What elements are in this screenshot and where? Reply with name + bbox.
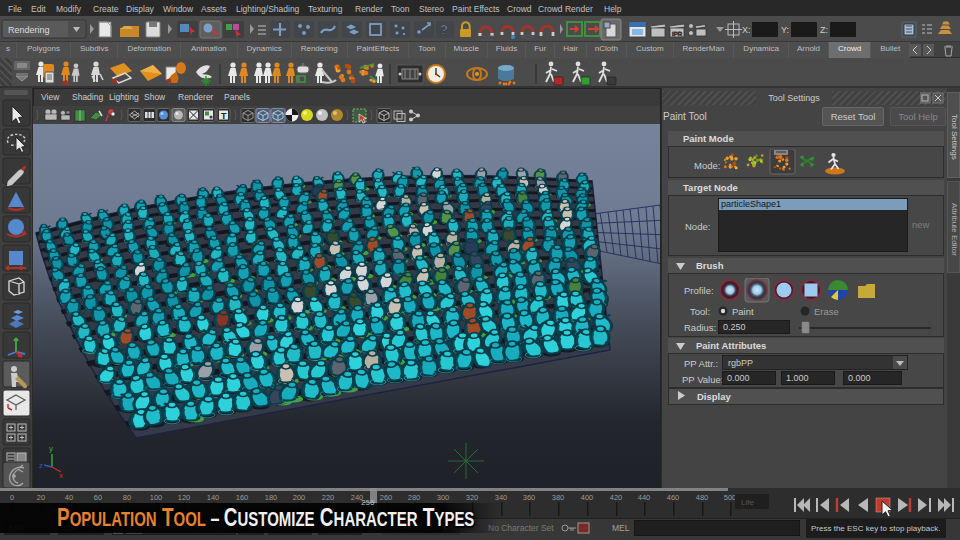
svg-text:500: 500	[724, 493, 737, 502]
svg-text:X:: X:	[742, 25, 751, 35]
svg-text:Rendering: Rendering	[8, 25, 50, 35]
svg-text:200: 200	[293, 493, 306, 502]
svg-text:460: 460	[667, 493, 680, 502]
svg-text:x: x	[59, 471, 63, 480]
svg-text:260: 260	[380, 493, 393, 502]
svg-text:Life: Life	[741, 498, 754, 507]
svg-text:IPR: IPR	[672, 31, 683, 37]
svg-text:40: 40	[65, 493, 73, 502]
svg-text:y: y	[49, 444, 53, 453]
svg-text:480: 480	[696, 493, 709, 502]
svg-text:T: T	[221, 111, 227, 121]
svg-text:20: 20	[37, 493, 45, 502]
svg-text:340: 340	[495, 493, 508, 502]
svg-text:440: 440	[638, 493, 651, 502]
svg-text:180: 180	[265, 493, 278, 502]
svg-text:160: 160	[236, 493, 249, 502]
svg-text:60: 60	[94, 493, 102, 502]
svg-text:220: 220	[322, 493, 335, 502]
svg-text:300: 300	[437, 493, 450, 502]
svg-text:120: 120	[178, 493, 191, 502]
svg-text:0: 0	[10, 493, 14, 502]
svg-text:320: 320	[466, 493, 479, 502]
svg-text:80: 80	[123, 493, 131, 502]
svg-text:400: 400	[581, 493, 594, 502]
svg-text:Y:: Y:	[781, 25, 789, 35]
svg-text:140: 140	[207, 493, 220, 502]
svg-text:Z:: Z:	[820, 25, 828, 35]
svg-text:?: ?	[440, 22, 448, 37]
svg-text:360: 360	[523, 493, 536, 502]
svg-text:100: 100	[150, 493, 163, 502]
svg-text:z: z	[39, 461, 43, 470]
svg-text:420: 420	[610, 493, 623, 502]
svg-text:280: 280	[408, 493, 421, 502]
svg-text:380: 380	[552, 493, 565, 502]
